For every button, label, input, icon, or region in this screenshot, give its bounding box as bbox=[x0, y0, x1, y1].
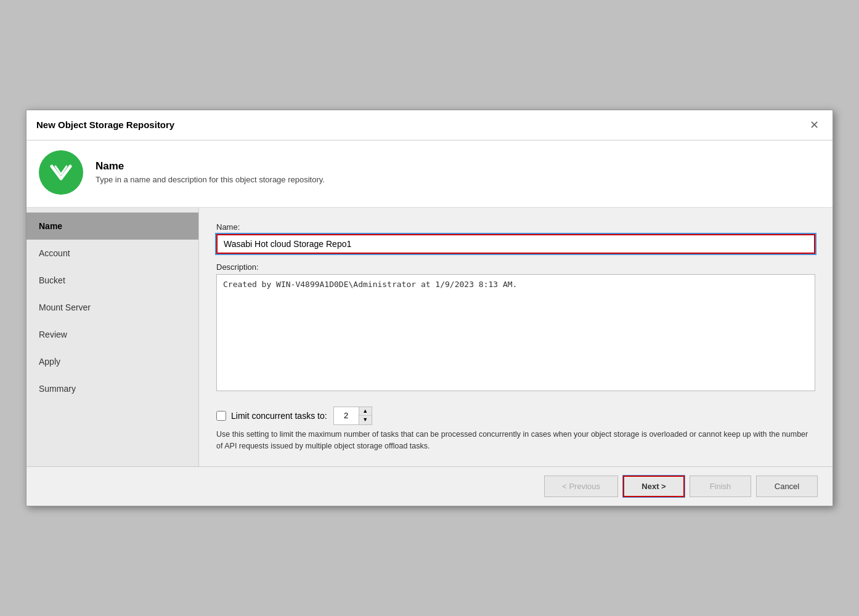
footer: < Previous Next > Finish Cancel bbox=[26, 466, 833, 506]
logo-circle bbox=[39, 150, 83, 195]
body-section: Name Account Bucket Mount Server Review … bbox=[26, 208, 833, 467]
previous-button[interactable]: < Previous bbox=[544, 476, 618, 497]
limit-info-text: Use this setting to limit the maximum nu… bbox=[216, 429, 815, 452]
sidebar: Name Account Bucket Mount Server Review … bbox=[26, 208, 199, 467]
description-label: Description: bbox=[216, 262, 815, 272]
spinner-down-button[interactable]: ▼ bbox=[359, 416, 372, 424]
svg-point-0 bbox=[46, 158, 76, 187]
name-label: Name: bbox=[216, 222, 815, 232]
limit-section: Limit concurrent tasks to: ▲ ▼ Use this … bbox=[216, 402, 815, 452]
sidebar-item-bucket[interactable]: Bucket bbox=[26, 267, 198, 294]
header-text: Name Type in a name and description for … bbox=[96, 160, 325, 184]
sidebar-item-summary[interactable]: Summary bbox=[26, 375, 198, 402]
title-bar: New Object Storage Repository ✕ bbox=[26, 110, 833, 140]
name-input[interactable] bbox=[216, 234, 815, 254]
spinner-buttons: ▲ ▼ bbox=[359, 407, 372, 424]
header-description: Type in a name and description for this … bbox=[96, 175, 325, 184]
limit-checkbox[interactable] bbox=[216, 411, 226, 421]
name-field-group: Name: bbox=[216, 222, 815, 254]
spinner-input[interactable] bbox=[334, 408, 359, 423]
spinner-container: ▲ ▼ bbox=[333, 407, 372, 425]
finish-button[interactable]: Finish bbox=[690, 476, 751, 497]
spinner-up-button[interactable]: ▲ bbox=[359, 407, 372, 416]
header-title: Name bbox=[96, 160, 325, 172]
header-section: Name Type in a name and description for … bbox=[26, 140, 833, 208]
limit-label: Limit concurrent tasks to: bbox=[231, 411, 327, 421]
next-button[interactable]: Next > bbox=[623, 476, 685, 497]
sidebar-item-name[interactable]: Name bbox=[26, 213, 198, 240]
veeam-logo-icon bbox=[46, 157, 76, 188]
description-field-group: Description: bbox=[216, 262, 815, 393]
sidebar-item-account[interactable]: Account bbox=[26, 240, 198, 267]
main-content: Name: Description: Limit concurrent task… bbox=[199, 208, 833, 467]
title-bar-left: New Object Storage Repository bbox=[36, 120, 174, 130]
close-button[interactable]: ✕ bbox=[805, 116, 823, 134]
sidebar-item-apply[interactable]: Apply bbox=[26, 348, 198, 375]
limit-row: Limit concurrent tasks to: ▲ ▼ bbox=[216, 407, 815, 425]
sidebar-item-review[interactable]: Review bbox=[26, 321, 198, 348]
description-textarea[interactable] bbox=[216, 274, 815, 391]
dialog-title: New Object Storage Repository bbox=[36, 120, 174, 130]
sidebar-item-mount-server[interactable]: Mount Server bbox=[26, 294, 198, 321]
limit-checkbox-container: Limit concurrent tasks to: bbox=[216, 411, 327, 421]
cancel-button[interactable]: Cancel bbox=[756, 476, 818, 497]
dialog: New Object Storage Repository ✕ Name Typ… bbox=[26, 110, 833, 507]
